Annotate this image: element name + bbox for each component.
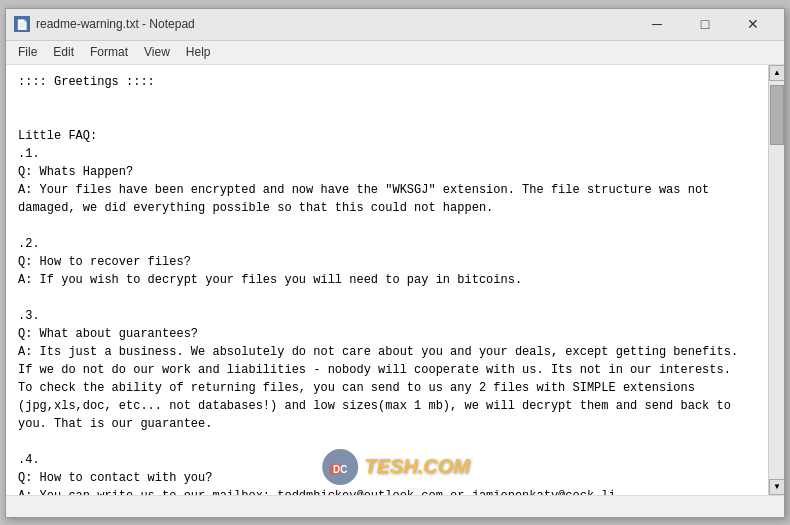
menu-format[interactable]: Format [82, 43, 136, 61]
status-bar [6, 495, 784, 517]
file-icon: 📄 [14, 16, 30, 32]
title-bar-left: 📄 readme-warning.txt - Notepad [14, 16, 195, 32]
notepad-window: 📄 readme-warning.txt - Notepad ─ □ ✕ Fil… [5, 8, 785, 518]
menu-help[interactable]: Help [178, 43, 219, 61]
text-editor[interactable]: :::: Greetings :::: Little FAQ: .1. Q: W… [6, 65, 768, 495]
window-title: readme-warning.txt - Notepad [36, 17, 195, 31]
maximize-button[interactable]: □ [682, 10, 728, 38]
scrollbar-thumb[interactable] [770, 85, 784, 145]
scrollbar: ▲ ▼ [768, 65, 784, 495]
scroll-down-button[interactable]: ▼ [769, 479, 784, 495]
minimize-button[interactable]: ─ [634, 10, 680, 38]
window-controls: ─ □ ✕ [634, 10, 776, 38]
menu-view[interactable]: View [136, 43, 178, 61]
close-button[interactable]: ✕ [730, 10, 776, 38]
content-area: :::: Greetings :::: Little FAQ: .1. Q: W… [6, 65, 784, 495]
menu-bar: File Edit Format View Help [6, 41, 784, 65]
title-bar: 📄 readme-warning.txt - Notepad ─ □ ✕ [6, 9, 784, 41]
scroll-up-button[interactable]: ▲ [769, 65, 784, 81]
menu-file[interactable]: File [10, 43, 45, 61]
menu-edit[interactable]: Edit [45, 43, 82, 61]
scrollbar-track[interactable] [769, 81, 784, 479]
